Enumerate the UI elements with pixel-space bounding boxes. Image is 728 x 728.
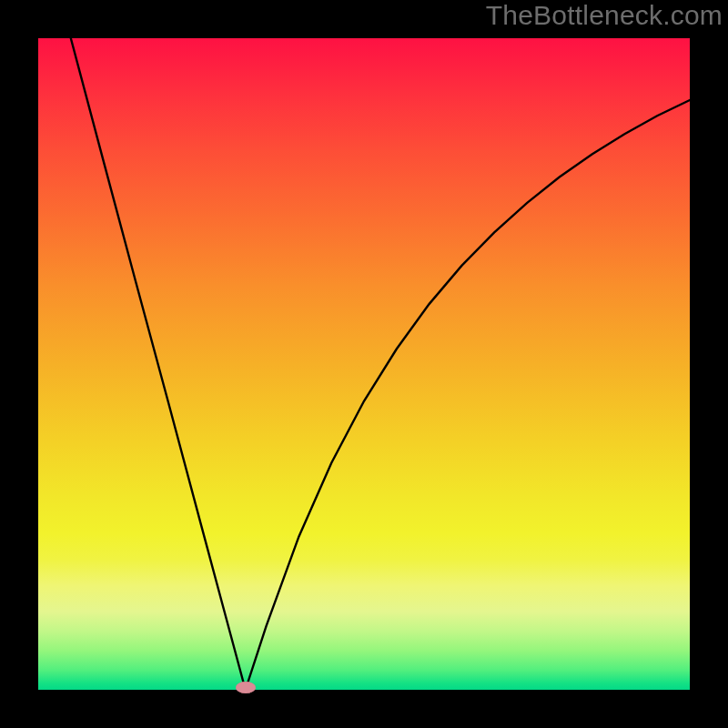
curve-line <box>38 38 690 690</box>
plot-area <box>38 38 690 690</box>
bottleneck-marker <box>236 682 256 693</box>
watermark-text: TheBottleneck.com <box>486 0 723 31</box>
chart-frame: TheBottleneck.com <box>0 0 728 728</box>
